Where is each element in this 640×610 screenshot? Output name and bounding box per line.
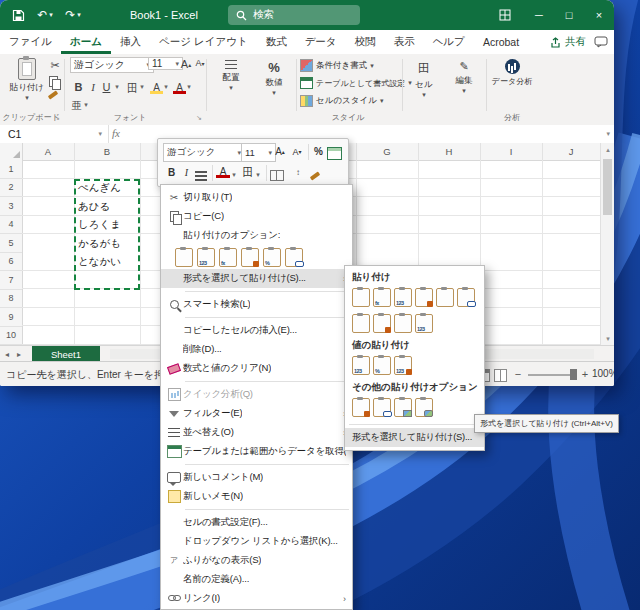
paste-picture-icon[interactable]	[394, 398, 412, 417]
row-header[interactable]: 7	[0, 271, 22, 290]
paste-values-icon[interactable]: 123	[352, 356, 370, 375]
cell-b4[interactable]: しろくま	[78, 218, 121, 232]
font-name-select[interactable]: 游ゴシック ▾	[70, 57, 154, 73]
view-page-break-icon[interactable]	[494, 369, 507, 382]
mini-font-size-select[interactable]: 11 ▾	[241, 143, 276, 162]
grow-font-button[interactable]: A▴	[179, 58, 193, 70]
shrink-font-button[interactable]: A▾	[193, 58, 207, 68]
row-header[interactable]: 3	[0, 197, 22, 216]
sheet-nav-left-icon[interactable]: ◂	[5, 346, 9, 362]
column-header[interactable]: G	[356, 143, 419, 160]
row-header[interactable]: 5	[0, 234, 22, 253]
paste-keep-column-width-icon[interactable]	[457, 288, 475, 307]
close-button[interactable]: ×	[584, 0, 614, 30]
dropdown-caret-icon[interactable]: ▾	[82, 101, 90, 109]
paste-formulas-number-format-icon[interactable]: 123	[394, 288, 412, 307]
paste-merge-conditional-icon[interactable]	[394, 314, 412, 333]
row-header[interactable]: 4	[0, 216, 22, 235]
cut-icon[interactable]: ✂	[48, 59, 62, 72]
dropdown-caret-icon[interactable]: ▾	[113, 83, 121, 91]
cell-styles-button[interactable]: セルのスタイル ▾	[300, 95, 383, 107]
paste-values-formats-icon[interactable]: 123	[415, 314, 433, 333]
dropdown-caret-icon[interactable]: ▾	[230, 166, 238, 183]
dropdown-caret-icon[interactable]: ▾	[185, 83, 193, 91]
comments-icon[interactable]	[594, 36, 608, 48]
zoom-level[interactable]: 100%	[592, 368, 614, 379]
scroll-down-icon[interactable]: ▾	[601, 332, 614, 345]
editing-group-button[interactable]: ✎ 編集 ▾	[446, 60, 482, 95]
column-header[interactable]: B	[74, 143, 141, 160]
paste-values-source-format-icon[interactable]: 123	[394, 356, 412, 375]
dropdown-caret-icon[interactable]: ▾	[254, 166, 262, 183]
minimize-button[interactable]: ─	[524, 0, 554, 30]
tab-acrobat[interactable]: Acrobat	[474, 30, 528, 54]
data-analysis-button[interactable]: データ分析	[490, 59, 534, 87]
paste-icon[interactable]	[352, 288, 370, 307]
paste-transpose-icon[interactable]	[352, 314, 370, 333]
paste-formatting-icon[interactable]	[352, 398, 370, 417]
menu-item-clear-contents[interactable]: 数式と値のクリア(N)	[161, 359, 352, 378]
menu-item-paste-special[interactable]: 形式を選択して貼り付け(S)... ›	[161, 269, 352, 288]
clipboard-dialog-launcher-icon[interactable]: ↘	[54, 114, 60, 122]
paste-link-icon[interactable]	[373, 398, 391, 417]
menu-item-sort[interactable]: 並べ替え(O) ›	[161, 423, 352, 442]
mini-merge-cells-icon[interactable]	[270, 167, 284, 184]
menu-item-get-data-from-table[interactable]: テーブルまたは範囲からデータを取得(G)...	[161, 442, 352, 461]
tab-data[interactable]: データ	[296, 30, 346, 54]
menu-item-copy[interactable]: コピー(C)	[161, 207, 352, 226]
cell-b2[interactable]: ぺんぎん	[78, 181, 121, 195]
row-header[interactable]: 6	[0, 253, 22, 272]
format-painter-icon[interactable]	[48, 93, 58, 97]
zoom-out-button[interactable]: −	[511, 366, 525, 382]
paste-formulas-icon[interactable]: fx	[373, 288, 391, 307]
mini-borders-button[interactable]: 田	[241, 164, 255, 181]
column-header[interactable]: I	[480, 143, 543, 160]
number-group-button[interactable]: % 数値 ▾	[254, 60, 294, 97]
mini-italic-button[interactable]: I	[180, 164, 193, 181]
tab-page-layout[interactable]: ページ レイアウト	[150, 30, 257, 54]
undo-button[interactable]: ↶▾	[32, 0, 58, 30]
row-header[interactable]: 2	[0, 179, 22, 198]
cell-b5[interactable]: かるがも	[78, 237, 121, 251]
menu-item-define-name[interactable]: 名前の定義(A)...	[161, 570, 352, 589]
menu-item-pick-from-dropdown[interactable]: ドロップダウン リストから選択(K)...	[161, 532, 352, 551]
cell-b3[interactable]: あひる	[78, 200, 110, 214]
mini-bold-button[interactable]: B	[164, 164, 179, 181]
paste-icon-keep-source[interactable]	[175, 248, 193, 267]
scrollbar-thumb[interactable]	[603, 159, 612, 215]
tab-formulas[interactable]: 数式	[257, 30, 296, 54]
mini-align-icon[interactable]	[195, 167, 207, 184]
paste-no-borders-icon[interactable]	[436, 288, 454, 307]
cells-group-button[interactable]: 田 セル ▾	[406, 60, 442, 99]
formula-bar-expand-icon[interactable]: ▾	[606, 130, 610, 138]
column-header[interactable]: A	[22, 143, 75, 160]
alignment-group-button[interactable]: 配置 ▾	[210, 60, 252, 92]
sheet-nav-right-icon[interactable]: ▸	[17, 346, 21, 362]
mini-percent-style-button[interactable]: %	[311, 143, 326, 160]
font-size-select[interactable]: 11 ▾	[148, 57, 183, 70]
menu-item-link[interactable]: リンク(I) ›	[161, 589, 352, 608]
select-all-corner[interactable]	[0, 143, 23, 160]
column-header[interactable]: J	[542, 143, 601, 160]
menu-item-delete[interactable]: 削除(D)...	[161, 340, 352, 359]
fx-icon[interactable]: fx	[112, 127, 120, 139]
menu-item-format-cells[interactable]: セルの書式設定(F)...	[161, 513, 352, 532]
menu-item-show-phonetic[interactable]: ア ふりがなの表示(S)	[161, 551, 352, 570]
dropdown-caret-icon[interactable]: ▾	[162, 83, 170, 91]
redo-button[interactable]: ↷▾	[60, 0, 86, 30]
menu-item-filter[interactable]: フィルター(E) ›	[161, 404, 352, 423]
paste-keep-formatting-icon[interactable]	[415, 288, 433, 307]
menu-item-smart-lookup[interactable]: スマート検索(L)	[161, 295, 352, 314]
mini-font-name-select[interactable]: 游ゴシック ▾	[163, 143, 245, 162]
paste-button[interactable]: 貼り付け ▾	[8, 58, 46, 102]
search-box[interactable]: 検索	[228, 5, 360, 25]
tab-insert[interactable]: 挿入	[111, 30, 150, 54]
cell-b6[interactable]: となかい	[78, 255, 121, 269]
menu-item-insert-copied-cells[interactable]: コピーしたセルの挿入(E)...	[161, 321, 352, 340]
zoom-slider-track[interactable]	[528, 374, 576, 376]
save-icon[interactable]	[6, 0, 30, 30]
dropdown-caret-icon[interactable]: ▾	[138, 83, 146, 91]
vertical-scrollbar[interactable]: ▴ ▾	[600, 143, 614, 345]
mini-shrink-font-button[interactable]: A▾	[289, 143, 305, 160]
paste-values-number-format-icon[interactable]: %	[373, 356, 391, 375]
